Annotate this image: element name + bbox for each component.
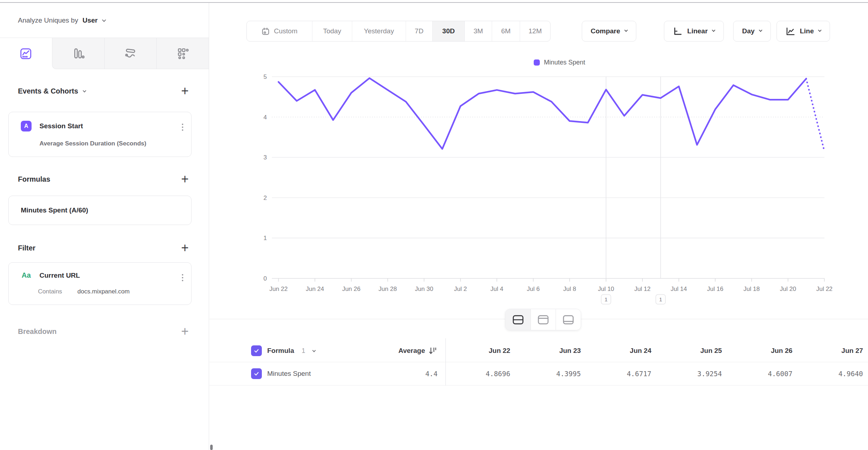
add-breakdown-button[interactable]: +: [181, 327, 189, 336]
chevron-down-icon: [818, 28, 822, 32]
date-range-custom[interactable]: Custom: [247, 21, 312, 41]
x-axis-label: Jul 4: [490, 286, 503, 292]
events-cohorts-header: Events & Cohorts +: [18, 86, 189, 96]
series-name[interactable]: Minutes Spent: [267, 370, 311, 378]
date-column-header[interactable]: Jun 22: [445, 347, 515, 355]
add-formula-button[interactable]: +: [181, 174, 189, 184]
string-property-icon: Aa: [21, 271, 32, 279]
date-range-control: CustomTodayYesterday7D30D3M6M12M: [246, 21, 551, 42]
interval-dropdown[interactable]: Day: [733, 21, 771, 42]
x-axis-label: Jul 22: [816, 286, 832, 292]
analyze-uniques-label: Analyze Uniques by: [18, 16, 78, 24]
date-column-header[interactable]: Jun 26: [727, 347, 798, 355]
chart-legend[interactable]: Minutes Spent: [251, 59, 868, 66]
analyze-uniques-row[interactable]: Analyze Uniques by User: [0, 3, 209, 38]
annotation-count[interactable]: 1: [604, 296, 607, 302]
x-axis-label: Jun 24: [306, 286, 324, 292]
average-value: 4.4: [425, 370, 438, 378]
date-column-header[interactable]: Jun 25: [656, 347, 727, 355]
formula-card[interactable]: Minutes Spent (A/60): [8, 196, 192, 225]
series-line-incomplete[interactable]: [806, 79, 825, 152]
y-axis-label: 2: [264, 195, 267, 201]
event-aggregation[interactable]: Average Session Duration (Seconds): [39, 140, 182, 147]
chart-view-icon: [538, 315, 549, 325]
formula-checkbox[interactable]: [251, 345, 262, 356]
tab-insights[interactable]: [0, 38, 52, 69]
table-view-button[interactable]: [556, 309, 581, 330]
y-axis-label: 5: [264, 73, 267, 80]
table-cell-value: 3.9254: [656, 370, 727, 378]
formula-expression[interactable]: Minutes Spent (A/60): [21, 206, 88, 214]
chevron-down-icon[interactable]: [312, 349, 316, 352]
series-line[interactable]: [279, 78, 806, 149]
date-range-today[interactable]: Today: [312, 21, 352, 41]
chevron-down-icon[interactable]: [82, 89, 86, 92]
legend-swatch: [534, 59, 540, 66]
scale-dropdown[interactable]: Linear: [664, 21, 724, 42]
series-checkbox[interactable]: [251, 368, 262, 379]
table-view-icon: [563, 315, 574, 325]
x-axis-label: Jul 8: [563, 286, 576, 292]
x-axis-label: Jul 14: [671, 286, 687, 292]
filter-card-current-url[interactable]: Aa Current URL Contains docs.mixpanel.co…: [8, 262, 192, 305]
retention-grid-icon: [176, 47, 190, 60]
kebab-menu-icon[interactable]: [182, 124, 183, 131]
breakdown-header: Breakdown +: [18, 326, 189, 336]
split-view-button[interactable]: [505, 309, 530, 330]
table-header-row: Formula 1 Average Jun 22Jun 23Jun 24Jun …: [209, 340, 868, 362]
sort-icon[interactable]: [428, 346, 438, 355]
date-range-yesterday[interactable]: Yesterday: [352, 21, 406, 41]
linear-axis-icon: [673, 27, 683, 36]
event-name[interactable]: Session Start: [39, 122, 83, 130]
formulas-header: Formulas +: [18, 174, 189, 184]
y-axis-label: 4: [264, 114, 267, 121]
analyze-uniques-value-dropdown[interactable]: User: [82, 16, 98, 24]
x-axis-label: Jul 12: [634, 286, 650, 292]
chevron-down-icon: [759, 28, 762, 32]
interval-label: Day: [742, 27, 755, 35]
line-chart[interactable]: 01234511Jun 22Jun 24Jun 26Jun 28Jun 30Ju…: [251, 71, 868, 315]
compare-label: Compare: [591, 27, 620, 35]
x-axis-label: Jul 2: [454, 286, 467, 292]
add-filter-button[interactable]: +: [181, 243, 189, 253]
formulas-title: Formulas: [18, 175, 50, 183]
date-range-3m[interactable]: 3M: [464, 21, 492, 41]
column-separator: [445, 338, 446, 386]
kebab-menu-icon[interactable]: [182, 274, 183, 281]
x-axis-label: Jul 10: [598, 286, 614, 292]
date-column-header[interactable]: Jun 23: [515, 347, 586, 355]
date-range-7d[interactable]: 7D: [406, 21, 432, 41]
add-event-button[interactable]: +: [181, 86, 189, 96]
tab-funnels[interactable]: [52, 38, 104, 69]
scale-label: Linear: [687, 27, 708, 35]
calendar-icon: [261, 27, 270, 35]
filter-operator[interactable]: Contains: [38, 288, 62, 295]
tab-retention[interactable]: [156, 38, 209, 69]
insights-line-chart-icon: [19, 47, 33, 61]
filter-value[interactable]: docs.mixpanel.com: [77, 288, 130, 295]
date-column-header[interactable]: Jun 24: [586, 347, 656, 355]
formula-header-label[interactable]: Formula: [267, 347, 294, 355]
flows-icon: [124, 47, 137, 60]
line-chart-icon: [786, 27, 795, 36]
x-axis-label: Jul 16: [707, 286, 723, 292]
tab-flows[interactable]: [104, 38, 157, 69]
annotation-count[interactable]: 1: [659, 296, 662, 302]
x-axis-label: Jun 28: [378, 286, 397, 292]
y-axis-label: 1: [264, 235, 267, 241]
date-column-header[interactable]: Jun 27: [797, 347, 868, 355]
date-range-30d[interactable]: 30D: [432, 21, 464, 41]
legend-label: Minutes Spent: [544, 59, 585, 66]
average-header-label: Average: [398, 347, 425, 355]
filter-property-name[interactable]: Current URL: [39, 272, 80, 279]
table-cell-value: 4.9640: [797, 370, 868, 378]
date-range-6m[interactable]: 6M: [492, 21, 520, 41]
compare-button[interactable]: Compare: [582, 21, 636, 42]
report-type-tabs: [0, 38, 209, 69]
table-row: Minutes Spent 4.4 4.86964.39954.67173.92…: [209, 362, 868, 386]
event-card-session-start[interactable]: A Session Start Average Session Duration…: [8, 112, 192, 157]
chart-view-button[interactable]: [530, 309, 556, 330]
chart-type-dropdown[interactable]: Line: [777, 21, 830, 42]
date-range-12m[interactable]: 12M: [520, 21, 550, 41]
breakdown-title: Breakdown: [18, 327, 57, 336]
